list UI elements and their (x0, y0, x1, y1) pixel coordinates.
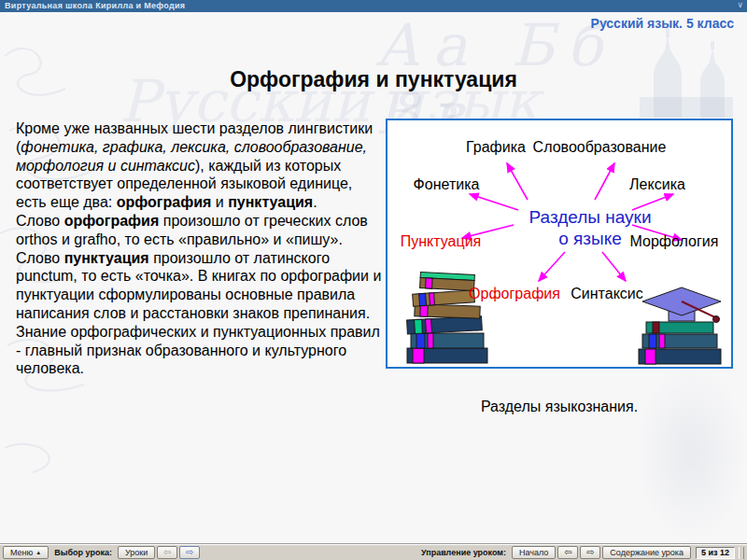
page-title: Орфография и пунктуация (0, 67, 747, 92)
prev-page-button[interactable]: ⇦ (557, 546, 578, 559)
resize-grip (739, 547, 744, 559)
diagram-node-orfografiya: Орфография (469, 286, 560, 302)
diagram-node-fonetika: Фонетика (414, 176, 480, 193)
course-label: Русский язык. 5 класс (591, 16, 734, 31)
lesson-control-group: Управление уроком: Начало ⇦ ⇨ Содержание… (417, 546, 744, 559)
diagram-node-punktuaciya: Пунктуация (401, 233, 482, 250)
diagram-center-line2: о языке (558, 229, 622, 249)
left-arrow-icon: ⇦ (163, 548, 171, 557)
window-titlebar: Виртуальная школа Кирилла и Мефодия ∨ (0, 0, 747, 12)
diagram-caption: Разделы языкознания. (386, 399, 733, 415)
diagram-node-slovoobrazovanie: Словообразование (533, 139, 667, 156)
lesson-select-group: Меню ▲ Выбор урока: Уроки ⇦ ⇨ (3, 546, 200, 559)
lesson-control-label: Управление уроком: (421, 548, 506, 557)
start-button[interactable]: Начало (512, 546, 556, 559)
prev-lesson-button[interactable]: ⇦ (157, 546, 177, 559)
lesson-contents-button[interactable]: Содержание урока (602, 546, 691, 559)
lessons-button[interactable]: Уроки (118, 546, 155, 559)
next-lesson-button[interactable]: ⇨ (179, 546, 200, 559)
right-arrow-icon: ⇨ (586, 548, 594, 557)
diagram-node-sintaksis: Синтаксис (571, 286, 643, 302)
page-indicator: 5 из 12 (696, 547, 735, 559)
statue-watermark (635, 364, 747, 541)
lesson-text: Кроме уже названных шести разделов лингв… (16, 119, 383, 378)
next-page-button[interactable]: ⇨ (580, 546, 600, 559)
collapse-chevron-icon[interactable]: ∨ (737, 0, 743, 11)
right-arrow-icon: ⇨ (186, 548, 193, 557)
screen: Аа Бб Вв Русский язык Виртуальная школа … (0, 0, 747, 560)
books-stack-icon (403, 266, 492, 365)
diagram-node-leksika: Лексика (629, 176, 685, 193)
diagram-node-morfologiya: Морфология (630, 233, 719, 250)
menu-button[interactable]: Меню ▲ (3, 546, 49, 559)
app-title: Виртуальная школа Кирилла и Мефодия (5, 0, 185, 12)
menu-button-label: Меню (10, 548, 33, 557)
bottom-toolbar: Меню ▲ Выбор урока: Уроки ⇦ ⇨ Управление… (0, 544, 747, 560)
books-graduation-icon (633, 280, 730, 366)
diagram-center-line1: Разделы науки (529, 207, 651, 228)
menu-up-arrow-icon: ▲ (35, 550, 41, 555)
lesson-select-label: Выбор урока: (54, 548, 112, 557)
diagram-frame: Графика Словообразование Фонетика Лексик… (386, 119, 733, 369)
left-arrow-icon: ⇦ (564, 548, 571, 557)
diagram-node-grafika: Графика (466, 139, 526, 156)
